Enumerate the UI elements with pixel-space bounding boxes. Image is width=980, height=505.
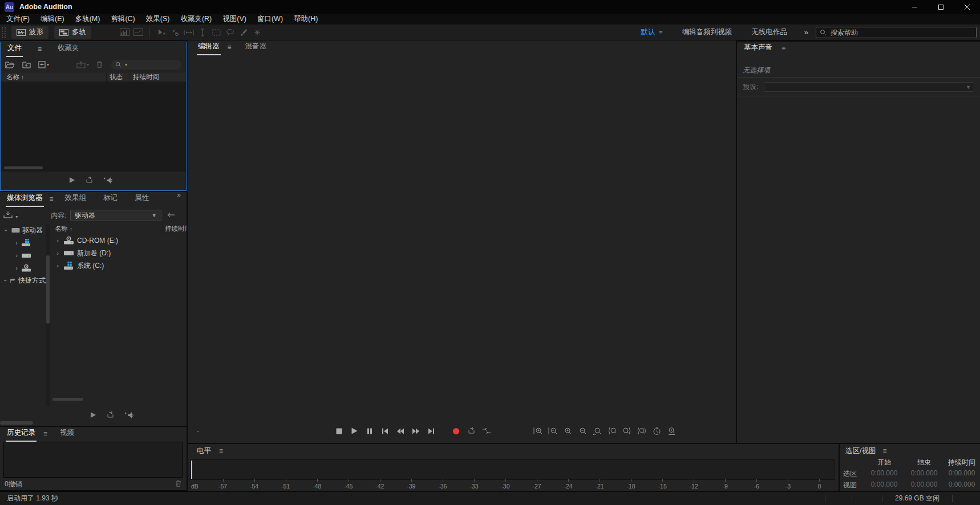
chevron-collapsed-icon[interactable]: › bbox=[14, 264, 19, 271]
menu-item[interactable]: 文件(F) bbox=[6, 14, 30, 24]
help-search-input[interactable] bbox=[831, 28, 973, 36]
paintbrush-selection-tool-icon[interactable] bbox=[237, 26, 250, 39]
chevron-collapsed-icon[interactable]: › bbox=[55, 250, 60, 256]
drive-row-cdrom[interactable]: › CD-ROM (E:) bbox=[50, 234, 187, 247]
files-autoplay-speaker-icon[interactable] bbox=[103, 177, 113, 186]
new-item-icon[interactable]: ▾ bbox=[38, 61, 49, 68]
media-browser-panel-menu-icon[interactable]: ≡ bbox=[50, 195, 54, 207]
workspace-edit-audio-to-video[interactable]: 编辑音频到视频 bbox=[682, 27, 732, 37]
preset-dropdown[interactable]: ▼ bbox=[764, 82, 974, 92]
close-button[interactable] bbox=[954, 0, 980, 14]
skip-to-start-button[interactable] bbox=[380, 426, 390, 436]
menu-item[interactable]: 窗口(W) bbox=[257, 14, 283, 24]
chevron-collapsed-icon[interactable]: › bbox=[14, 252, 19, 259]
help-search-box[interactable] bbox=[816, 27, 977, 38]
menu-item[interactable]: 效果(S) bbox=[146, 14, 170, 24]
multitrack-mode-button[interactable]: 多轨 bbox=[54, 26, 91, 39]
chevron-collapsed-icon[interactable]: › bbox=[55, 237, 60, 244]
marquee-selection-tool-icon[interactable] bbox=[209, 26, 223, 39]
files-play-icon[interactable] bbox=[69, 177, 75, 185]
selection-view-panel-title[interactable]: 选区/视图 bbox=[845, 446, 876, 456]
tree-item-shortcuts-root[interactable]: › 快捷方式 bbox=[0, 274, 46, 287]
essential-sound-panel-menu-icon[interactable]: ≡ bbox=[781, 44, 785, 56]
media-play-icon[interactable] bbox=[90, 412, 96, 420]
zoom-in-time-button[interactable] bbox=[533, 426, 543, 436]
workspace-menu-icon[interactable]: ≡ bbox=[659, 29, 662, 36]
zoom-full-button[interactable] bbox=[666, 426, 677, 436]
chevron-expanded-icon[interactable]: › bbox=[3, 227, 10, 233]
spectral-pitch-display-icon[interactable] bbox=[131, 26, 145, 39]
content-dropdown[interactable]: 驱动器 ▼ bbox=[70, 210, 161, 221]
media-import-download-icon[interactable]: ▾ bbox=[3, 211, 18, 220]
razor-tool-icon[interactable] bbox=[168, 26, 182, 39]
zoom-time-preset-button[interactable] bbox=[651, 426, 662, 436]
move-tool-icon[interactable] bbox=[155, 26, 168, 39]
history-panel-menu-icon[interactable]: ≡ bbox=[43, 430, 47, 442]
workspace-default-button[interactable]: 默认 bbox=[641, 27, 655, 37]
tab-history[interactable]: 历史记录 bbox=[6, 428, 37, 442]
selection-end-value[interactable]: 0:00.000 bbox=[905, 469, 943, 479]
workspace-overflow-chevron[interactable]: » bbox=[804, 28, 808, 36]
zoom-to-in-point-button[interactable] bbox=[607, 426, 617, 436]
files-panel-menu-icon[interactable]: ≡ bbox=[38, 45, 42, 57]
slip-tool-icon[interactable] bbox=[182, 26, 196, 39]
stop-button[interactable] bbox=[334, 426, 344, 436]
chevron-collapsed-icon[interactable]: › bbox=[14, 239, 19, 246]
selection-start-value[interactable]: 0:00.000 bbox=[864, 469, 905, 479]
selection-view-panel-menu-icon[interactable]: ≡ bbox=[882, 447, 886, 455]
column-status[interactable]: 状态 bbox=[107, 73, 130, 82]
workspace-radio-production[interactable]: 无线电作品 bbox=[751, 27, 787, 37]
chevron-expanded-icon[interactable]: › bbox=[2, 278, 9, 282]
column-duration[interactable]: 持续时间 bbox=[130, 73, 186, 82]
drive-row-system[interactable]: › 系统 (C:) bbox=[50, 259, 187, 272]
files-hscrollbar-thumb[interactable] bbox=[4, 166, 43, 169]
zoom-out-amplitude-button[interactable] bbox=[577, 426, 588, 436]
menu-item[interactable]: 多轨(M) bbox=[75, 14, 100, 24]
tree-item-drives-root[interactable]: › 驱动器 bbox=[0, 224, 46, 237]
menu-item[interactable]: 编辑(E) bbox=[41, 14, 64, 24]
waveform-mode-button[interactable]: 波形 bbox=[11, 26, 48, 39]
menu-item[interactable]: 视图(V) bbox=[222, 14, 246, 24]
chevron-collapsed-icon[interactable]: › bbox=[55, 262, 60, 269]
tab-effects-rack[interactable]: 效果组 bbox=[64, 193, 88, 207]
menu-item[interactable]: 收藏夹(R) bbox=[180, 14, 212, 24]
spectral-frequency-display-icon[interactable] bbox=[118, 26, 131, 39]
column-name[interactable]: 名称 ↑ bbox=[50, 225, 162, 233]
editor-panel-menu-icon[interactable]: ≡ bbox=[228, 43, 232, 55]
rewind-button[interactable] bbox=[395, 426, 406, 436]
zoom-out-time-button[interactable] bbox=[548, 426, 558, 436]
view-start-value[interactable]: 0:00.000 bbox=[864, 480, 905, 490]
media-tree-vscrollbar-thumb[interactable] bbox=[46, 255, 50, 324]
tab-favorites[interactable]: 收藏夹 bbox=[56, 43, 80, 57]
tab-media-browser[interactable]: 媒体浏览器 bbox=[6, 193, 44, 207]
tab-files[interactable]: 文件 bbox=[6, 43, 23, 57]
view-end-value[interactable]: 0:00.000 bbox=[905, 480, 943, 490]
tab-overflow-chevron[interactable]: » bbox=[177, 191, 181, 203]
column-duration[interactable]: 持续时间 bbox=[162, 225, 187, 233]
record-button[interactable] bbox=[451, 426, 461, 436]
export-media-icon[interactable]: ▾ bbox=[76, 61, 89, 68]
clear-history-trash-icon[interactable] bbox=[175, 479, 182, 489]
back-arrow-icon[interactable] bbox=[167, 211, 175, 219]
tree-item-cdrom-drive[interactable]: › bbox=[0, 262, 46, 274]
media-autoplay-speaker-icon[interactable] bbox=[124, 412, 134, 421]
selection-duration-value[interactable]: 0:00.000 bbox=[943, 469, 980, 479]
spot-healing-brush-tool-icon[interactable] bbox=[250, 26, 264, 39]
view-duration-value[interactable]: 0:00.000 bbox=[943, 480, 980, 490]
menu-item[interactable]: 帮助(H) bbox=[294, 14, 318, 24]
zoom-in-amplitude-button[interactable] bbox=[562, 426, 573, 436]
media-loop-playback-icon[interactable] bbox=[106, 412, 115, 421]
column-name[interactable]: 名称 ↑ bbox=[1, 73, 107, 82]
drive-row-volume[interactable]: › 新加卷 (D:) bbox=[50, 247, 187, 259]
tree-item-system-drive[interactable]: › bbox=[0, 237, 46, 249]
zoom-reset-button[interactable] bbox=[592, 426, 602, 436]
skip-selection-button[interactable] bbox=[481, 426, 492, 436]
tree-item-volume-drive[interactable]: › bbox=[0, 249, 46, 262]
files-loop-playback-icon[interactable] bbox=[85, 177, 94, 186]
media-list-hscrollbar-thumb[interactable] bbox=[52, 398, 83, 401]
history-list-empty[interactable] bbox=[3, 442, 183, 478]
tab-editor[interactable]: 编辑器 bbox=[197, 42, 221, 55]
time-selection-tool-icon[interactable] bbox=[196, 26, 209, 39]
skip-to-end-button[interactable] bbox=[426, 426, 436, 436]
levels-panel-menu-icon[interactable]: ≡ bbox=[219, 447, 223, 455]
